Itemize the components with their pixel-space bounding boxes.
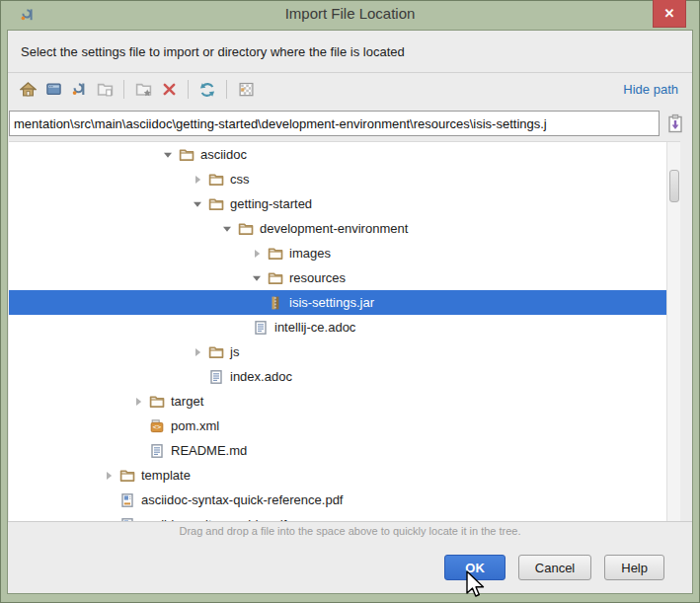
ok-button[interactable]: OK: [444, 555, 506, 580]
import-file-location-dialog: Import File Location ✕ Select the settin…: [0, 0, 700, 603]
tree-row-label: resources: [289, 270, 346, 285]
chevron-down-icon[interactable]: [252, 273, 268, 283]
tree-row-label: isis-settings.jar: [289, 295, 374, 310]
doc-file-icon: [149, 443, 165, 459]
toolbar-separator: [226, 80, 227, 99]
close-button[interactable]: ✕: [653, 0, 686, 28]
tree-row[interactable]: target: [9, 389, 680, 414]
tree-row[interactable]: getting-started: [9, 191, 680, 216]
hide-path-link[interactable]: Hide path: [623, 82, 678, 97]
refresh-icon[interactable]: [198, 81, 216, 99]
xml-file-icon: <>: [149, 418, 165, 434]
window-title: Import File Location: [0, 5, 700, 22]
tree-row[interactable]: asciidoc-syntax-quick-reference.pdf: [9, 488, 680, 512]
tree-row[interactable]: asciidoc-writers-guide.pdf: [9, 512, 680, 521]
tree-row[interactable]: README.md: [9, 438, 680, 463]
button-bar: OKCancelHelp: [8, 540, 692, 580]
project-dir-icon[interactable]: [70, 81, 88, 99]
chevron-down-icon[interactable]: [222, 224, 238, 234]
chevron-down-icon[interactable]: [163, 150, 179, 160]
tree-row[interactable]: development-environment: [9, 216, 680, 241]
tree-row-label: asciidoc-writers-guide.pdf: [141, 517, 286, 521]
folder-icon: [268, 270, 283, 286]
module-dir-icon: [96, 81, 114, 99]
tree-row[interactable]: images: [9, 241, 680, 265]
folder-icon: [149, 394, 165, 410]
tree-row-label: development-environment: [260, 221, 408, 236]
tree-row-label: template: [141, 468, 191, 483]
tree-row-label: css: [230, 172, 250, 187]
tree-row-label: README.md: [171, 443, 247, 458]
chevron-right-icon[interactable]: [133, 397, 149, 407]
path-row: [8, 106, 692, 141]
tree-row-label: asciidoc: [200, 147, 247, 162]
folder-icon: [208, 172, 224, 188]
chevron-down-icon[interactable]: [193, 199, 208, 209]
show-hidden-icon[interactable]: [237, 81, 255, 99]
folder-icon: [179, 147, 194, 163]
scrollbar-track[interactable]: [666, 142, 680, 521]
folder-icon: [208, 196, 224, 212]
tree-row[interactable]: <>pom.xml: [9, 414, 680, 438]
dialog-content: Select the settings file to import or di…: [7, 30, 693, 594]
chevron-right-icon[interactable]: [104, 471, 119, 481]
tree-row[interactable]: intellij-ce.adoc: [9, 315, 680, 339]
tree-row[interactable]: template: [9, 463, 680, 488]
tree-row[interactable]: isis-settings.jar: [9, 290, 680, 315]
drag-drop-hint: Drag and drop a file into the space abov…: [8, 521, 692, 540]
tree-row-label: pom.xml: [171, 418, 219, 433]
tree-row[interactable]: js: [9, 339, 680, 364]
delete-icon[interactable]: [160, 81, 178, 99]
tree-row[interactable]: resources: [9, 265, 680, 290]
help-button[interactable]: Help: [604, 555, 664, 580]
folder-icon: [119, 468, 135, 484]
tree-row-label: index.adoc: [230, 369, 292, 384]
doc-file-icon: [208, 369, 224, 385]
chevron-right-icon[interactable]: [193, 347, 208, 357]
jar-file-icon: [268, 295, 283, 311]
file-chooser-toolbar: Hide path: [8, 73, 692, 106]
svg-text:<>: <>: [153, 423, 161, 431]
tree-row-label: target: [171, 394, 203, 409]
toolbar-separator: [123, 80, 124, 99]
new-folder-icon: [134, 81, 152, 99]
path-input[interactable]: [9, 111, 660, 136]
tree-row-label: getting-started: [230, 196, 312, 211]
tree-row[interactable]: index.adoc: [9, 364, 680, 389]
pdf-file-icon: [119, 517, 135, 522]
home-icon[interactable]: [19, 81, 37, 99]
tree-row-label: intellij-ce.adoc: [274, 320, 355, 335]
folder-icon: [208, 344, 224, 360]
paste-path-icon[interactable]: [664, 113, 686, 134]
folder-icon: [238, 221, 254, 237]
tree-row[interactable]: css: [9, 167, 680, 191]
desktop-icon[interactable]: [44, 81, 62, 99]
scrollbar-thumb[interactable]: [669, 170, 679, 202]
tree-row[interactable]: asciidoc: [9, 142, 680, 167]
file-tree: asciidoccssgetting-starteddevelopment-en…: [9, 141, 680, 521]
folder-icon: [268, 246, 283, 262]
cancel-button[interactable]: Cancel: [518, 555, 591, 580]
tree-row-label: asciidoc-syntax-quick-reference.pdf: [141, 492, 343, 507]
chevron-right-icon[interactable]: [252, 249, 268, 259]
tree-row-label: js: [230, 344, 239, 359]
toolbar-separator: [188, 80, 189, 99]
title-bar[interactable]: Import File Location ✕: [0, 0, 700, 30]
chevron-right-icon[interactable]: [193, 175, 208, 185]
dialog-description: Select the settings file to import or di…: [8, 31, 692, 73]
doc-file-icon: [253, 320, 269, 336]
tree-row-label: images: [289, 246, 331, 261]
pdf-file-icon: [119, 492, 135, 508]
